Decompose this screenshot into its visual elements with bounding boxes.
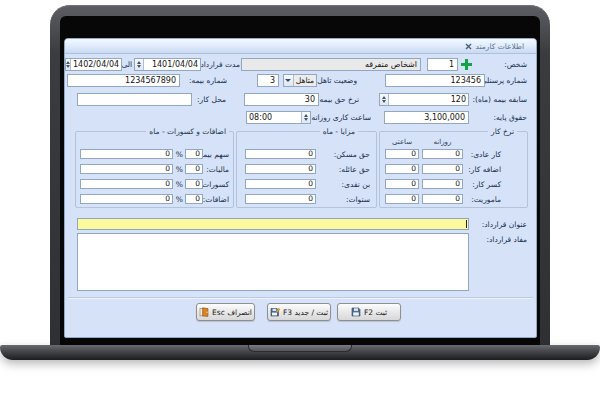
adjustment-row-label: اضافات: xyxy=(203,195,229,204)
base-salary-field[interactable]: 3,100,000 xyxy=(384,111,469,124)
work-rate-hourly-field[interactable]: 0 xyxy=(385,179,419,189)
benefits-title: مزایا - ماه xyxy=(320,127,358,136)
benefit-row-label: بن نقدی: xyxy=(342,180,370,189)
work-rate-daily-field[interactable]: 0 xyxy=(422,194,463,204)
daily-hours-label: ساعت کاری روزانه: xyxy=(309,113,371,122)
insurance-no-label: شماره بیمه: xyxy=(189,76,227,85)
adjustment-percent-field[interactable]: 0 xyxy=(185,149,203,159)
benefit-field[interactable]: 0 xyxy=(245,149,316,159)
to-label: الی xyxy=(121,60,132,69)
personnel-no-field[interactable]: 123456 xyxy=(385,74,485,87)
floppy-disk-pencil-icon xyxy=(270,307,280,317)
work-rate-title: نرخ کار xyxy=(488,127,517,136)
contract-to-date-value: 1402/04/04 xyxy=(71,59,121,70)
insurance-history-spinner[interactable]: 120 xyxy=(379,93,469,106)
person-name-field[interactable]: اشخاص متفرقه xyxy=(241,58,421,71)
contract-from-date-spinner[interactable]: 1401/04/04 xyxy=(134,58,201,71)
adjustments-title: اضافات و کسورات - ماه xyxy=(146,127,229,136)
col-daily-header: روزانه xyxy=(422,138,463,146)
workplace-label: محل کار: xyxy=(197,95,226,104)
adjustment-percent-field[interactable]: 0 xyxy=(185,164,203,174)
benefit-row-label: سنوات: xyxy=(346,195,370,204)
personnel-no-label: شماره پرسنلی: xyxy=(478,76,527,85)
laptop-mockup: اطلاعات کارمند شخص: 1 اشخاص متفرقه مدت ق… xyxy=(0,0,600,400)
percent-sign: % xyxy=(176,195,183,204)
adjustment-amount-field[interactable]: 0 xyxy=(80,179,173,189)
contract-body-label: مفاد قرارداد: xyxy=(486,235,527,244)
work-rate-hourly-field[interactable]: 0 xyxy=(385,149,419,159)
add-person-button[interactable] xyxy=(460,58,473,71)
work-rate-group: نرخ کار روزانه ساعتی کار عادی: 0 0 اضافه… xyxy=(379,131,528,208)
save-new-button[interactable]: ثبت / جدید F3 xyxy=(267,303,331,321)
spinner-icon[interactable] xyxy=(380,94,389,105)
base-salary-label: حقوق پایه: xyxy=(493,113,527,122)
insurance-history-label: سابقه بیمه (ماه): xyxy=(472,95,527,104)
save-button-label: ثبت F2 xyxy=(364,308,387,317)
work-rate-daily-field[interactable]: 0 xyxy=(422,179,463,189)
window-title: اطلاعات کارمند xyxy=(476,42,524,51)
footer-divider xyxy=(68,297,533,299)
employee-info-window: اطلاعات کارمند شخص: 1 اشخاص متفرقه مدت ق… xyxy=(64,38,537,338)
benefit-row-label: حق مسکن: xyxy=(334,150,370,159)
percent-sign: % xyxy=(176,180,183,189)
adjustments-group: اضافات و کسورات - ماه سهم بیمه: 0 % 0 ما… xyxy=(75,131,234,208)
text-caret xyxy=(466,220,467,228)
work-rate-daily-field[interactable]: 0 xyxy=(422,164,463,174)
laptop-hinge-notch xyxy=(248,345,352,352)
work-rate-hourly-field[interactable]: 0 xyxy=(385,194,419,204)
marital-status-combo[interactable]: متاهل xyxy=(283,74,317,87)
contract-title-label: عنوان قرارداد: xyxy=(482,220,527,229)
work-rate-row-label: کار عادی: xyxy=(471,150,501,159)
adjustment-amount-field[interactable]: 0 xyxy=(80,164,173,174)
premium-rate-field[interactable]: 30 xyxy=(244,93,319,106)
work-rate-row-label: کسر کار: xyxy=(472,180,501,189)
work-rate-daily-field[interactable]: 0 xyxy=(422,149,463,159)
cancel-button[interactable]: انصراف Esc xyxy=(196,303,255,321)
floppy-disk-icon xyxy=(351,307,361,317)
benefits-group: مزایا - ماه حق مسکن: 0 حق عائله: 0 بن نق… xyxy=(236,131,377,208)
benefit-row-label: حق عائله: xyxy=(339,165,370,174)
adjustment-row-label: کسورات: xyxy=(200,180,229,189)
percent-sign: % xyxy=(176,150,183,159)
adjustment-amount-field[interactable]: 0 xyxy=(80,194,173,204)
col-hourly-header: ساعتی xyxy=(385,138,419,146)
workplace-field[interactable] xyxy=(77,93,192,106)
contract-duration-label: مدت قرارداد: xyxy=(198,60,240,69)
save-new-button-label: ثبت / جدید F3 xyxy=(283,308,328,317)
close-icon[interactable] xyxy=(465,43,472,50)
contract-body-textarea[interactable] xyxy=(77,233,469,291)
cancel-button-label: انصراف Esc xyxy=(212,308,252,317)
adjustment-percent-field[interactable]: 0 xyxy=(185,179,203,189)
marital-status-label: وضعیت تاهل: xyxy=(315,76,357,85)
person-label: شخص: xyxy=(504,60,527,69)
marital-status-value: متاهل xyxy=(294,75,316,86)
adjustment-amount-field[interactable]: 0 xyxy=(80,149,173,159)
plus-icon xyxy=(461,59,472,70)
dependents-field[interactable]: 3 xyxy=(257,74,279,87)
premium-rate-label: نرخ حق بیمه: xyxy=(317,95,359,104)
adjustment-percent-field[interactable]: 0 xyxy=(185,194,203,204)
spinner-icon[interactable] xyxy=(301,112,310,123)
work-rate-hourly-field[interactable]: 0 xyxy=(385,164,419,174)
insurance-history-value: 120 xyxy=(389,94,468,105)
work-rate-row-label: اضافه کار: xyxy=(468,165,501,174)
window-titlebar: اطلاعات کارمند xyxy=(65,39,536,54)
work-rate-row-label: ماموریت: xyxy=(471,195,501,204)
contract-from-date-value: 1401/04/04 xyxy=(144,59,200,70)
benefit-field[interactable]: 0 xyxy=(245,179,316,189)
benefit-field[interactable]: 0 xyxy=(245,164,316,174)
exit-icon xyxy=(199,307,209,317)
save-button[interactable]: ثبت F2 xyxy=(337,303,401,321)
daily-hours-spinner[interactable]: 08:00 xyxy=(246,111,311,124)
adjustment-row-label: مالیات: xyxy=(206,165,229,174)
chevron-down-icon[interactable] xyxy=(284,75,294,86)
benefit-field[interactable]: 0 xyxy=(245,194,316,204)
contract-to-date-spinner[interactable]: 1402/04/04 xyxy=(65,58,122,71)
percent-sign: % xyxy=(176,165,183,174)
person-id-field[interactable]: 1 xyxy=(427,58,458,71)
daily-hours-value: 08:00 xyxy=(247,112,301,123)
contract-title-field[interactable] xyxy=(77,218,469,230)
spinner-icon[interactable] xyxy=(135,59,144,70)
insurance-no-field[interactable]: 1234567890 xyxy=(67,74,180,87)
